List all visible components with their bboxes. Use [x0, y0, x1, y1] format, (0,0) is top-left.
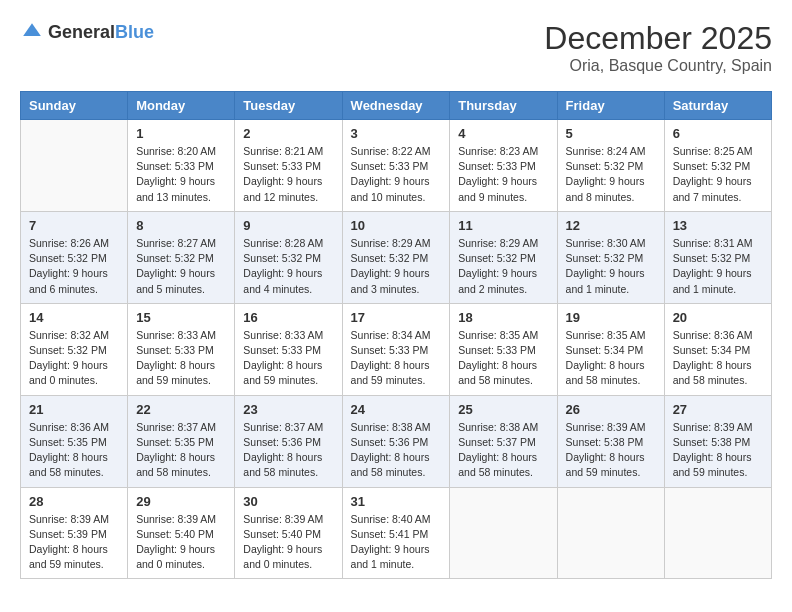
calendar-cell: 27Sunrise: 8:39 AM Sunset: 5:38 PM Dayli…: [664, 395, 771, 487]
day-info: Sunrise: 8:24 AM Sunset: 5:32 PM Dayligh…: [566, 144, 656, 205]
day-number: 14: [29, 310, 119, 325]
day-number: 20: [673, 310, 763, 325]
header-saturday: Saturday: [664, 92, 771, 120]
calendar-cell: 9Sunrise: 8:28 AM Sunset: 5:32 PM Daylig…: [235, 211, 342, 303]
day-info: Sunrise: 8:36 AM Sunset: 5:34 PM Dayligh…: [673, 328, 763, 389]
calendar-cell: 21Sunrise: 8:36 AM Sunset: 5:35 PM Dayli…: [21, 395, 128, 487]
day-info: Sunrise: 8:38 AM Sunset: 5:36 PM Dayligh…: [351, 420, 442, 481]
header-thursday: Thursday: [450, 92, 557, 120]
calendar-cell: 17Sunrise: 8:34 AM Sunset: 5:33 PM Dayli…: [342, 303, 450, 395]
calendar-cell: 1Sunrise: 8:20 AM Sunset: 5:33 PM Daylig…: [128, 120, 235, 212]
calendar-cell: 5Sunrise: 8:24 AM Sunset: 5:32 PM Daylig…: [557, 120, 664, 212]
day-info: Sunrise: 8:35 AM Sunset: 5:34 PM Dayligh…: [566, 328, 656, 389]
day-number: 18: [458, 310, 548, 325]
calendar-week-1: 1Sunrise: 8:20 AM Sunset: 5:33 PM Daylig…: [21, 120, 772, 212]
calendar-cell: 10Sunrise: 8:29 AM Sunset: 5:32 PM Dayli…: [342, 211, 450, 303]
day-number: 19: [566, 310, 656, 325]
calendar-cell: 19Sunrise: 8:35 AM Sunset: 5:34 PM Dayli…: [557, 303, 664, 395]
calendar-cell: 2Sunrise: 8:21 AM Sunset: 5:33 PM Daylig…: [235, 120, 342, 212]
logo: General Blue: [20, 20, 154, 44]
calendar-header-row: SundayMondayTuesdayWednesdayThursdayFrid…: [21, 92, 772, 120]
location-title: Oria, Basque Country, Spain: [544, 57, 772, 75]
day-info: Sunrise: 8:39 AM Sunset: 5:40 PM Dayligh…: [243, 512, 333, 573]
month-title: December 2025: [544, 20, 772, 57]
day-info: Sunrise: 8:37 AM Sunset: 5:35 PM Dayligh…: [136, 420, 226, 481]
day-number: 9: [243, 218, 333, 233]
header: General Blue December 2025 Oria, Basque …: [20, 20, 772, 75]
day-info: Sunrise: 8:20 AM Sunset: 5:33 PM Dayligh…: [136, 144, 226, 205]
day-info: Sunrise: 8:39 AM Sunset: 5:40 PM Dayligh…: [136, 512, 226, 573]
day-number: 31: [351, 494, 442, 509]
calendar-cell: 18Sunrise: 8:35 AM Sunset: 5:33 PM Dayli…: [450, 303, 557, 395]
day-info: Sunrise: 8:36 AM Sunset: 5:35 PM Dayligh…: [29, 420, 119, 481]
svg-marker-0: [23, 23, 41, 36]
calendar-cell: 28Sunrise: 8:39 AM Sunset: 5:39 PM Dayli…: [21, 487, 128, 579]
day-info: Sunrise: 8:34 AM Sunset: 5:33 PM Dayligh…: [351, 328, 442, 389]
calendar-cell: [664, 487, 771, 579]
calendar-cell: 30Sunrise: 8:39 AM Sunset: 5:40 PM Dayli…: [235, 487, 342, 579]
day-info: Sunrise: 8:28 AM Sunset: 5:32 PM Dayligh…: [243, 236, 333, 297]
day-number: 25: [458, 402, 548, 417]
day-info: Sunrise: 8:29 AM Sunset: 5:32 PM Dayligh…: [458, 236, 548, 297]
day-info: Sunrise: 8:25 AM Sunset: 5:32 PM Dayligh…: [673, 144, 763, 205]
day-info: Sunrise: 8:31 AM Sunset: 5:32 PM Dayligh…: [673, 236, 763, 297]
header-sunday: Sunday: [21, 92, 128, 120]
day-number: 8: [136, 218, 226, 233]
day-number: 28: [29, 494, 119, 509]
day-number: 23: [243, 402, 333, 417]
day-number: 5: [566, 126, 656, 141]
calendar-cell: 4Sunrise: 8:23 AM Sunset: 5:33 PM Daylig…: [450, 120, 557, 212]
calendar-cell: 13Sunrise: 8:31 AM Sunset: 5:32 PM Dayli…: [664, 211, 771, 303]
day-info: Sunrise: 8:39 AM Sunset: 5:39 PM Dayligh…: [29, 512, 119, 573]
calendar-cell: 31Sunrise: 8:40 AM Sunset: 5:41 PM Dayli…: [342, 487, 450, 579]
calendar-cell: 24Sunrise: 8:38 AM Sunset: 5:36 PM Dayli…: [342, 395, 450, 487]
header-friday: Friday: [557, 92, 664, 120]
calendar-cell: 23Sunrise: 8:37 AM Sunset: 5:36 PM Dayli…: [235, 395, 342, 487]
day-number: 15: [136, 310, 226, 325]
day-info: Sunrise: 8:33 AM Sunset: 5:33 PM Dayligh…: [136, 328, 226, 389]
day-number: 27: [673, 402, 763, 417]
day-info: Sunrise: 8:39 AM Sunset: 5:38 PM Dayligh…: [566, 420, 656, 481]
calendar-cell: 7Sunrise: 8:26 AM Sunset: 5:32 PM Daylig…: [21, 211, 128, 303]
day-number: 11: [458, 218, 548, 233]
day-number: 29: [136, 494, 226, 509]
calendar-cell: [21, 120, 128, 212]
day-number: 26: [566, 402, 656, 417]
calendar-cell: 26Sunrise: 8:39 AM Sunset: 5:38 PM Dayli…: [557, 395, 664, 487]
day-number: 12: [566, 218, 656, 233]
calendar-cell: 3Sunrise: 8:22 AM Sunset: 5:33 PM Daylig…: [342, 120, 450, 212]
day-number: 24: [351, 402, 442, 417]
day-number: 2: [243, 126, 333, 141]
day-info: Sunrise: 8:35 AM Sunset: 5:33 PM Dayligh…: [458, 328, 548, 389]
calendar-cell: 8Sunrise: 8:27 AM Sunset: 5:32 PM Daylig…: [128, 211, 235, 303]
day-info: Sunrise: 8:26 AM Sunset: 5:32 PM Dayligh…: [29, 236, 119, 297]
calendar-cell: 25Sunrise: 8:38 AM Sunset: 5:37 PM Dayli…: [450, 395, 557, 487]
day-number: 22: [136, 402, 226, 417]
day-number: 30: [243, 494, 333, 509]
header-monday: Monday: [128, 92, 235, 120]
day-info: Sunrise: 8:40 AM Sunset: 5:41 PM Dayligh…: [351, 512, 442, 573]
title-area: December 2025 Oria, Basque Country, Spai…: [544, 20, 772, 75]
calendar-week-2: 7Sunrise: 8:26 AM Sunset: 5:32 PM Daylig…: [21, 211, 772, 303]
calendar-cell: 20Sunrise: 8:36 AM Sunset: 5:34 PM Dayli…: [664, 303, 771, 395]
day-number: 1: [136, 126, 226, 141]
day-number: 7: [29, 218, 119, 233]
calendar-cell: 16Sunrise: 8:33 AM Sunset: 5:33 PM Dayli…: [235, 303, 342, 395]
calendar-week-3: 14Sunrise: 8:32 AM Sunset: 5:32 PM Dayli…: [21, 303, 772, 395]
day-info: Sunrise: 8:33 AM Sunset: 5:33 PM Dayligh…: [243, 328, 333, 389]
day-number: 13: [673, 218, 763, 233]
day-info: Sunrise: 8:27 AM Sunset: 5:32 PM Dayligh…: [136, 236, 226, 297]
calendar-cell: 6Sunrise: 8:25 AM Sunset: 5:32 PM Daylig…: [664, 120, 771, 212]
calendar-cell: 15Sunrise: 8:33 AM Sunset: 5:33 PM Dayli…: [128, 303, 235, 395]
day-info: Sunrise: 8:30 AM Sunset: 5:32 PM Dayligh…: [566, 236, 656, 297]
calendar-cell: 29Sunrise: 8:39 AM Sunset: 5:40 PM Dayli…: [128, 487, 235, 579]
day-info: Sunrise: 8:22 AM Sunset: 5:33 PM Dayligh…: [351, 144, 442, 205]
calendar-week-4: 21Sunrise: 8:36 AM Sunset: 5:35 PM Dayli…: [21, 395, 772, 487]
calendar-cell: 14Sunrise: 8:32 AM Sunset: 5:32 PM Dayli…: [21, 303, 128, 395]
day-info: Sunrise: 8:39 AM Sunset: 5:38 PM Dayligh…: [673, 420, 763, 481]
header-wednesday: Wednesday: [342, 92, 450, 120]
day-number: 21: [29, 402, 119, 417]
day-info: Sunrise: 8:32 AM Sunset: 5:32 PM Dayligh…: [29, 328, 119, 389]
calendar-cell: [557, 487, 664, 579]
calendar-cell: 12Sunrise: 8:30 AM Sunset: 5:32 PM Dayli…: [557, 211, 664, 303]
